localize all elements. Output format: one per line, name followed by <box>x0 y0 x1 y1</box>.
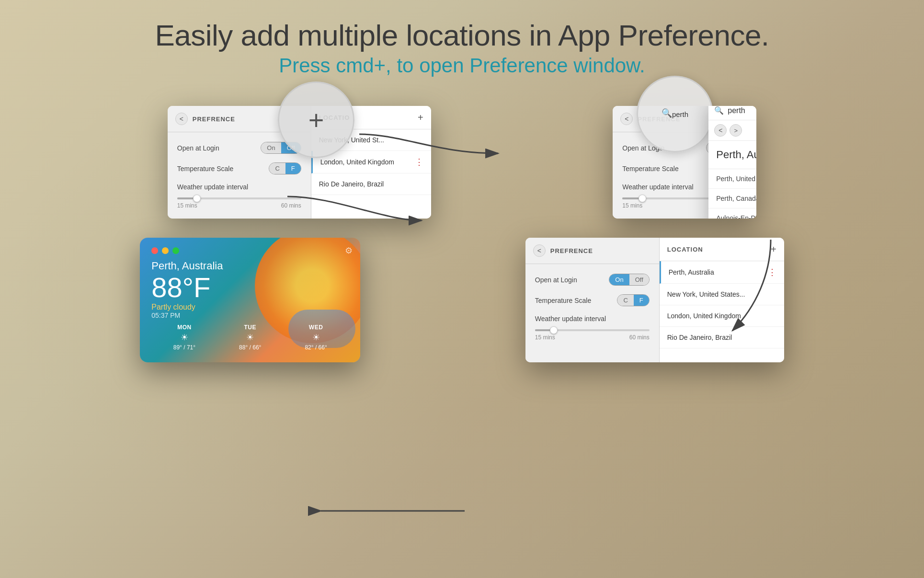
search-result-perth: Perth, Austr... <box>716 149 756 161</box>
forecast-wed: WED ☀ 82° / 66° <box>283 324 349 351</box>
close-light[interactable] <box>151 247 158 254</box>
temp-toggle-3[interactable]: C F <box>617 294 649 306</box>
location-dots-1[interactable]: ⋮ <box>415 158 423 166</box>
header: Easily add multiple locations in App Pre… <box>0 0 924 77</box>
forecast-day-2: WED <box>283 324 349 331</box>
interval-label-3: Weather update interval <box>535 315 650 323</box>
loc-item-perth[interactable]: Perth, Australia ⋮ <box>660 261 784 284</box>
pref-title-3: PREFRENCE <box>550 247 593 254</box>
temp-c-3[interactable]: C <box>617 295 633 306</box>
temp-scale-row-1: Temperature Scale C F <box>177 162 301 174</box>
back-button-3[interactable]: < <box>533 244 546 257</box>
toggle-on-1[interactable]: On <box>261 142 281 153</box>
loc-item-2[interactable]: Rio De Janeiro, Brazil <box>311 173 431 195</box>
temp-c-1[interactable]: C <box>269 163 285 174</box>
back-button-2[interactable]: < <box>620 113 633 125</box>
temp-label-2: Temperature Scale <box>622 165 679 173</box>
login-toggle-3[interactable]: On Off <box>609 274 649 286</box>
add-location-btn-3[interactable]: + <box>771 244 776 254</box>
slider-max-3: 60 mins <box>629 334 650 341</box>
weather-interval-section-1: Weather update interval 15 mins 60 mins <box>177 183 301 209</box>
temp-label-3: Temperature Scale <box>535 297 592 304</box>
maximize-light[interactable] <box>172 247 179 254</box>
weather-interval-section-3: Weather update interval 15 mins 60 mins <box>535 315 650 341</box>
loc-header-3: LOCATION + <box>660 238 784 261</box>
interval-label-1: Weather update interval <box>177 183 301 191</box>
preference-window-3: < PREFRENCE Open at Login On Off Tempera… <box>525 238 784 362</box>
gear-icon[interactable]: ⚙ <box>345 245 353 256</box>
pref-header-3: < PREFRENCE <box>525 238 659 264</box>
forecast-icon-2: ☀ <box>283 332 349 343</box>
forecast-day-1: TUE <box>217 324 283 331</box>
forecast-icon-1: ☀ <box>217 332 283 343</box>
minimize-light[interactable] <box>162 247 169 254</box>
magnifier-plus: + <box>278 81 354 158</box>
plus-icon: + <box>308 104 324 136</box>
loc-title-3: LOCATION <box>667 246 703 253</box>
slider-max-1: 60 mins <box>281 202 301 209</box>
slider-min-1: 15 mins <box>177 202 197 209</box>
open-at-login-row-3: Open at Login On Off <box>535 274 650 286</box>
loc-item-ny[interactable]: New York, United States... <box>660 284 784 305</box>
forecast-icon-0: ☀ <box>151 332 217 343</box>
pref-left-panel-3: < PREFRENCE Open at Login On Off Tempera… <box>525 238 660 362</box>
toggle-on-3[interactable]: On <box>609 274 629 285</box>
forecast-tue: TUE ☀ 88° / 66° <box>217 324 283 351</box>
search-result-1[interactable]: Perth, Canada <box>708 189 756 208</box>
search-bar: 🔍 perth × <box>708 106 756 120</box>
slider-min-3: 15 mins <box>535 334 555 341</box>
search-nav-back[interactable]: < <box>714 124 727 137</box>
search-result-0[interactable]: Perth, United Kingdom <box>708 169 756 189</box>
page-title: Easily add multiple locations in App Pre… <box>0 18 924 52</box>
back-button-1[interactable]: < <box>175 113 188 125</box>
slider-min-2: 15 mins <box>622 202 642 209</box>
forecast-day-0: MON <box>151 324 217 331</box>
loc-item-london[interactable]: London, United Kingdom <box>660 305 784 327</box>
temp-f-1[interactable]: F <box>285 163 301 174</box>
locations-panel-3: LOCATION + Perth, Australia ⋮ New York, … <box>660 238 784 362</box>
add-location-btn-1[interactable]: + <box>418 113 423 122</box>
bottom-panels: ⚙ Perth, Australia 88°F Partly cloudy 05… <box>0 223 924 362</box>
temp-f-3[interactable]: F <box>634 295 649 306</box>
search-icon: 🔍 <box>714 106 724 115</box>
forecast-mon: MON ☀ 89° / 71° <box>151 324 217 351</box>
temp-toggle-1[interactable]: C F <box>269 162 301 174</box>
open-login-label-1: Open at Login <box>177 144 219 152</box>
open-at-login-row-1: Open at Login On Off <box>177 142 301 154</box>
temp-scale-row-3: Temperature Scale C F <box>535 294 650 306</box>
toggle-off-3[interactable]: Off <box>629 274 649 285</box>
magnifier-search: 🔍 perth <box>637 76 713 152</box>
weather-forecast: MON ☀ 89° / 71° TUE ☀ 88° / 66° WED ☀ 82… <box>151 324 349 351</box>
arrow-4 <box>297 492 489 530</box>
open-login-label-3: Open at Login <box>535 276 577 284</box>
weather-city: Perth, Australia <box>151 260 349 272</box>
weather-temperature: 88°F <box>151 272 349 303</box>
loc-item-rio[interactable]: Rio De Janeiro, Brazil <box>660 327 784 348</box>
weather-description: Partly cloudy <box>151 303 349 312</box>
search-input[interactable]: perth <box>728 106 756 115</box>
forecast-temps-1: 88° / 66° <box>217 344 283 351</box>
slider-3[interactable]: 15 mins 60 mins <box>535 329 650 341</box>
forecast-temps-0: 89° / 71° <box>151 344 217 351</box>
page-subtitle: Press cmd+, to open Preference window. <box>0 54 924 77</box>
pref-title-1: PREFRENCE <box>193 116 235 123</box>
search-popup: 🔍 perth × < > Perth, Austr... Add Perth,… <box>708 106 756 219</box>
weather-time: 05:37 PM <box>151 312 349 319</box>
slider-1[interactable]: 15 mins 60 mins <box>177 197 301 209</box>
temp-label-1: Temperature Scale <box>177 165 234 173</box>
location-dots-perth[interactable]: ⋮ <box>768 268 776 277</box>
search-main-result: Perth, Austr... Add <box>708 141 756 169</box>
forecast-temps-2: 82° / 66° <box>283 344 349 351</box>
search-result-2[interactable]: Aulnois-En-Perthois ... <box>708 208 756 219</box>
search-nav-forward[interactable]: > <box>730 124 742 137</box>
weather-card: ⚙ Perth, Australia 88°F Partly cloudy 05… <box>140 238 360 362</box>
